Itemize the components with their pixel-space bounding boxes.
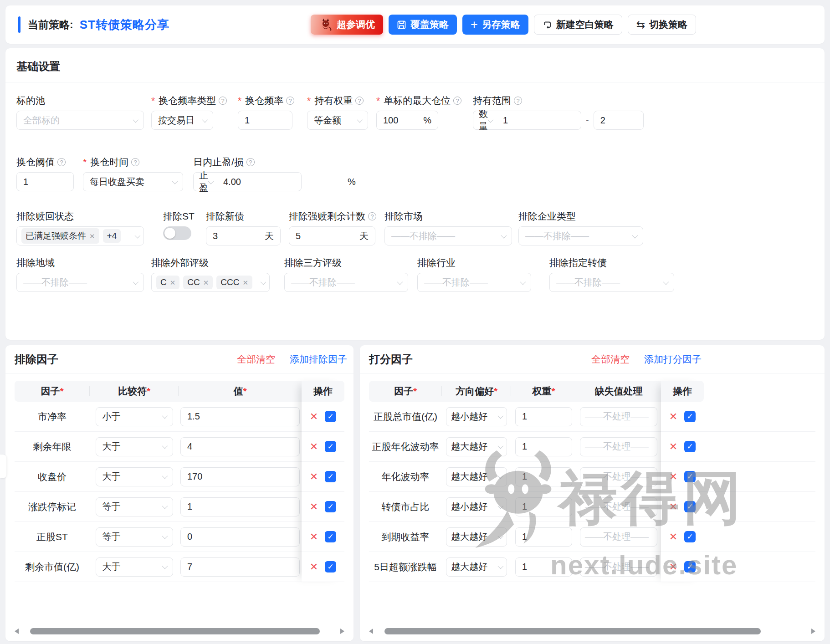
tpsl-value-input[interactable]: % bbox=[218, 173, 361, 191]
direction-select[interactable]: 越大越好 bbox=[446, 467, 507, 486]
missing-value-select[interactable]: ——不处理—— bbox=[580, 437, 657, 456]
help-icon[interactable] bbox=[453, 97, 461, 105]
row-enabled-checkbox[interactable] bbox=[325, 471, 336, 482]
delete-icon[interactable] bbox=[310, 532, 318, 542]
help-icon[interactable] bbox=[514, 97, 522, 105]
weight-input[interactable] bbox=[515, 467, 572, 486]
delete-icon[interactable] bbox=[669, 412, 677, 422]
strategy-name[interactable]: ST转债策略分享 bbox=[80, 17, 169, 33]
delete-icon[interactable] bbox=[310, 472, 318, 482]
side-drawer-handle[interactable] bbox=[0, 455, 6, 478]
comparator-select[interactable]: 大于 bbox=[96, 437, 173, 456]
remove-tag-icon[interactable] bbox=[170, 279, 176, 286]
exclude-ext-rating-multiselect[interactable]: C CC CCC bbox=[151, 273, 270, 292]
direction-select[interactable]: 越大越好 bbox=[446, 437, 507, 456]
direction-select[interactable]: 越小越好 bbox=[446, 407, 507, 426]
scroll-left-arrow-icon[interactable] bbox=[15, 629, 19, 634]
row-enabled-checkbox[interactable] bbox=[684, 501, 696, 512]
exclude-redeem-count-input[interactable]: 天 bbox=[289, 226, 375, 245]
clear-all-link[interactable]: 全部清空 bbox=[237, 353, 275, 366]
help-icon[interactable] bbox=[355, 97, 364, 105]
missing-value-select[interactable]: ——不处理—— bbox=[580, 467, 657, 486]
weight-input[interactable] bbox=[515, 407, 572, 426]
direction-select[interactable]: 越大越好 bbox=[446, 557, 507, 577]
save-as-strategy-button[interactable]: 另存策略 bbox=[462, 15, 528, 35]
scroll-left-arrow-icon[interactable] bbox=[369, 629, 373, 634]
comparator-select[interactable]: 等于 bbox=[96, 497, 173, 516]
missing-value-select[interactable]: ——不处理—— bbox=[580, 407, 657, 426]
value-input[interactable] bbox=[180, 467, 300, 486]
delete-icon[interactable] bbox=[669, 532, 677, 542]
add-exclusion-factor-link[interactable]: 添加排除因子 bbox=[290, 353, 347, 366]
row-enabled-checkbox[interactable] bbox=[325, 531, 336, 542]
remove-tag-icon[interactable] bbox=[89, 233, 95, 240]
row-enabled-checkbox[interactable] bbox=[684, 471, 696, 482]
delete-icon[interactable] bbox=[310, 412, 318, 422]
value-input[interactable] bbox=[180, 527, 300, 547]
horizontal-scrollbar[interactable] bbox=[15, 628, 344, 635]
direction-select[interactable]: 越小越好 bbox=[446, 497, 507, 516]
exclude-redeem-status-multiselect[interactable]: 已满足强赎条件 +4 bbox=[16, 226, 144, 245]
remove-tag-icon[interactable] bbox=[243, 279, 249, 286]
missing-value-select[interactable]: ——不处理—— bbox=[580, 497, 657, 516]
new-blank-strategy-button[interactable]: 新建空白策略 bbox=[534, 15, 622, 35]
row-enabled-checkbox[interactable] bbox=[684, 531, 696, 542]
comparator-select[interactable]: 小于 bbox=[96, 407, 173, 426]
add-scoring-factor-link[interactable]: 添加打分因子 bbox=[644, 353, 702, 366]
row-enabled-checkbox[interactable] bbox=[325, 561, 336, 572]
help-icon[interactable] bbox=[57, 158, 66, 166]
switch-strategy-button[interactable]: 切换策略 bbox=[628, 15, 696, 35]
rebalance-threshold-input[interactable] bbox=[16, 172, 74, 191]
hold-range-mode-select[interactable]: 数量 bbox=[473, 111, 497, 129]
row-enabled-checkbox[interactable] bbox=[684, 411, 696, 422]
value-input[interactable] bbox=[180, 557, 300, 577]
hold-range-to-input[interactable] bbox=[594, 111, 644, 130]
delete-icon[interactable] bbox=[669, 472, 677, 482]
horizontal-scrollbar[interactable] bbox=[369, 628, 815, 635]
exclude-market-select[interactable]: ——不排除—— bbox=[384, 226, 512, 245]
exclude-company-type-select[interactable]: ——不排除—— bbox=[518, 226, 643, 245]
overwrite-strategy-button[interactable]: 覆盖策略 bbox=[389, 15, 457, 35]
exclude-st-toggle[interactable] bbox=[163, 226, 191, 240]
exclude-specified-bond-select[interactable]: ——不排除—— bbox=[549, 273, 674, 292]
row-enabled-checkbox[interactable] bbox=[325, 501, 336, 512]
help-icon[interactable] bbox=[219, 97, 227, 105]
hyperparam-tuning-button[interactable]: 超参调优 bbox=[311, 15, 383, 35]
row-enabled-checkbox[interactable] bbox=[684, 441, 696, 452]
delete-icon[interactable] bbox=[669, 502, 677, 512]
tpsl-mode-select[interactable]: 止盈 bbox=[194, 173, 218, 191]
row-enabled-checkbox[interactable] bbox=[325, 411, 336, 422]
exclude-region-select[interactable]: ——不排除—— bbox=[16, 273, 144, 292]
remove-tag-icon[interactable] bbox=[203, 279, 209, 286]
help-icon[interactable] bbox=[246, 158, 255, 166]
weight-input[interactable] bbox=[515, 497, 572, 516]
missing-value-select[interactable]: ——不处理—— bbox=[580, 557, 657, 577]
rebalance-freq-type-select[interactable]: 按交易日 bbox=[151, 111, 213, 130]
help-icon[interactable] bbox=[131, 158, 139, 166]
scrollbar-thumb[interactable] bbox=[384, 628, 761, 634]
delete-icon[interactable] bbox=[310, 442, 318, 452]
weight-input[interactable] bbox=[515, 557, 572, 577]
scrollbar-thumb[interactable] bbox=[30, 628, 320, 634]
rebalance-time-select[interactable]: 每日收盘买卖 bbox=[83, 172, 183, 191]
value-input[interactable] bbox=[180, 437, 300, 456]
missing-value-select[interactable]: ——不处理—— bbox=[580, 527, 657, 547]
exclude-third-rating-select[interactable]: ——不排除—— bbox=[284, 273, 408, 292]
hold-weight-select[interactable]: 等金额 bbox=[307, 111, 368, 130]
delete-icon[interactable] bbox=[669, 442, 677, 452]
comparator-select[interactable]: 等于 bbox=[96, 527, 173, 547]
value-input[interactable] bbox=[180, 497, 300, 516]
clear-all-link[interactable]: 全部清空 bbox=[591, 353, 630, 366]
delete-icon[interactable] bbox=[310, 502, 318, 512]
row-enabled-checkbox[interactable] bbox=[325, 441, 336, 452]
delete-icon[interactable] bbox=[310, 562, 318, 572]
help-icon[interactable] bbox=[286, 97, 294, 105]
row-enabled-checkbox[interactable] bbox=[684, 561, 696, 572]
exclude-industry-select[interactable]: ——不排除—— bbox=[417, 273, 531, 292]
help-icon[interactable] bbox=[368, 212, 376, 220]
scroll-right-arrow-icon[interactable] bbox=[340, 629, 344, 634]
weight-input[interactable] bbox=[515, 527, 572, 547]
scroll-right-arrow-icon[interactable] bbox=[811, 629, 815, 634]
value-input[interactable] bbox=[180, 407, 300, 426]
comparator-select[interactable]: 大于 bbox=[96, 467, 173, 486]
